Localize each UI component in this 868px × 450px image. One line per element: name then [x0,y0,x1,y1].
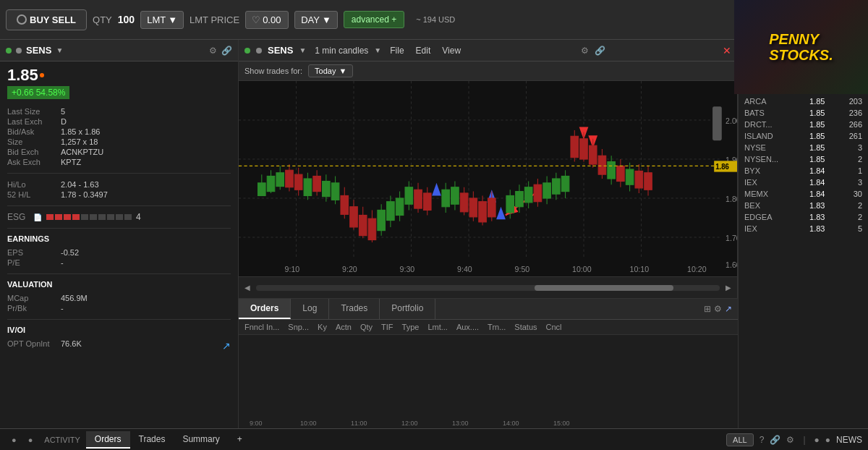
chart-dot-gray [256,48,262,54]
chart-scrollbar[interactable]: ◀ 9:00 10:00 11:00 12:00 13:00 14:00 15:… [239,276,737,298]
l2-row[interactable]: MEMX 1.84 30 [739,188,868,200]
tab-portfolio[interactable]: Portfolio [380,299,435,319]
svg-rect-84 [524,187,532,203]
buy-sell-button[interactable]: BUY SELL [6,9,87,30]
scroll-time-label-6: 14:00 [503,420,519,427]
bottom-tab-orders[interactable]: Orders [86,431,130,449]
l2-row[interactable]: BYX 1.84 1 [739,165,868,177]
earnings-header: EARNINGS [0,232,238,245]
external-icon[interactable]: ↗ [725,304,732,314]
bottom-dot-2[interactable]: ● [22,433,39,447]
chart-settings-icon[interactable]: ⚙ [581,46,589,56]
lmt-price-button[interactable]: ♡ 0.00 [245,11,289,29]
col-trn[interactable]: Trn... [488,323,506,331]
chart-timeframe: 1 min candles [315,46,368,56]
edit-menu[interactable]: Edit [413,46,434,56]
scroll-left-button[interactable]: ◀ [242,284,253,292]
help-icon[interactable]: ? [760,435,765,445]
scroll-time-label: 9:00 [250,420,263,427]
svg-text:1.80: 1.80 [726,194,737,203]
bid-exch-value: ACNKPTZU [61,148,103,156]
col-status[interactable]: Status [514,323,537,331]
chart-chain-icon[interactable]: 🔗 [595,46,605,56]
grid-icon[interactable]: ⊞ [704,304,711,314]
tab-orders[interactable]: Orders [239,299,291,319]
orders-columns: Fnncl In... Snp... Ky Actn Qty TIF Type … [239,320,738,335]
svg-rect-90 [553,179,561,194]
svg-rect-100 [589,145,597,164]
tab-trades[interactable]: Trades [329,299,380,319]
advanced-button[interactable]: advanced + [344,11,404,28]
svg-rect-55 [396,198,404,215]
show-trades-label: Show trades for: [244,67,302,75]
bottom-tab-summary[interactable]: Summary [174,431,228,449]
pe-label: P/E [7,258,58,267]
bottom-dot-1[interactable]: ● [6,433,22,447]
col-lmt[interactable]: Lmt... [427,323,448,331]
l2-row[interactable]: ARCA 1.85 203 [739,95,868,107]
circle-icon [17,14,27,25]
chart-close-button[interactable]: ✕ [723,45,731,56]
l2-row[interactable]: BATS 1.85 236 [739,107,868,119]
dot-left[interactable]: ● [814,435,820,445]
chart-area[interactable]: 2.00 1.90 1.80 1.70 1.60 9:10 9:20 9:30 … [239,81,737,276]
col-aux[interactable]: Aux.... [456,323,479,331]
chart-svg: 2.00 1.90 1.80 1.70 1.60 9:10 9:20 9:30 … [239,81,737,276]
chart-symbol-dropdown[interactable]: ▼ [299,46,306,54]
left-panel: SENS ▼ ⚙ 🔗 1.85 +0.66 54.58% Last Size 5… [0,40,239,428]
svg-rect-57 [405,187,413,204]
hi-lo-value: 2.04 - 1.63 [61,180,99,189]
scrollbar-track[interactable] [256,285,720,291]
l2-row[interactable]: IEX 1.84 3 [739,177,868,188]
l2-row[interactable]: EDGEA 1.83 2 [739,211,868,223]
link-icon[interactable]: 🔗 [770,435,780,445]
scroll-time-label-2: 10:00 [300,420,317,427]
file-menu[interactable]: File [387,46,407,56]
tif-button[interactable]: DAY ▼ [294,11,338,29]
col-fnncl[interactable]: Fnncl In... [244,323,279,331]
valuation-header: VALUATION [0,277,238,290]
col-ky[interactable]: Ky [318,323,327,331]
scroll-time-label-4: 12:00 [401,420,418,427]
settings-icon-bottom[interactable]: ⚙ [786,435,794,445]
l2-row[interactable]: IEX 1.83 5 [739,223,868,234]
col-tif[interactable]: TIF [381,323,393,331]
settings-icon[interactable]: ⚙ [209,46,217,56]
chain-icon[interactable]: 🔗 [221,46,232,56]
scrollbar-thumb[interactable] [535,285,673,291]
symbol-dropdown-arrow[interactable]: ▼ [56,46,63,54]
divider-5 [7,319,231,320]
chart-timeframe-dropdown[interactable]: ▼ [374,46,381,54]
col-actn[interactable]: Actn [336,323,352,331]
earnings-table: EPS -0.52 P/E - [0,245,238,271]
l2-row[interactable]: NYSEN... 1.85 2 [739,153,868,165]
l2-row[interactable]: DRCT... 1.85 266 [739,119,868,130]
dot-right[interactable]: ● [825,435,830,445]
col-qty[interactable]: Qty [360,323,373,331]
l2-row[interactable]: ISLAND 1.85 261 [739,130,868,142]
price-change: +0.66 54.58% [7,86,69,99]
size-label: Size [7,137,58,146]
view-menu[interactable]: View [439,46,464,56]
scroll-right-button[interactable]: ▶ [723,284,734,292]
tab-log[interactable]: Log [291,299,329,319]
col-type[interactable]: Type [402,323,420,331]
price-dot [40,73,44,77]
bottom-tab-trades[interactable]: Trades [130,431,174,449]
order-type-button[interactable]: LMT ▼ [140,11,184,29]
valuation-table: MCap 456.9M Pr/Bk - [0,290,238,316]
svg-rect-59 [414,190,422,208]
settings-icon-2[interactable]: ⚙ [714,304,722,314]
main-content: SENS ▼ ⚙ 🔗 1.85 +0.66 54.58% Last Size 5… [0,40,868,428]
today-dropdown[interactable]: Today ▼ [308,64,353,77]
esg-file-icon[interactable]: 📄 [33,213,42,221]
bottom-tab-plus[interactable]: + [229,431,251,449]
l2-row[interactable]: BEX 1.83 2 [739,200,868,211]
col-snp[interactable]: Snp... [288,323,309,331]
external-link-icon[interactable]: ↗ [222,340,231,352]
all-button[interactable]: ALL [726,433,754,446]
usd-label: ~ 194 USD [416,15,455,24]
l2-row[interactable]: NYSE 1.85 3 [739,142,868,153]
col-cncl[interactable]: Cncl [546,323,562,331]
svg-rect-88 [543,183,551,198]
